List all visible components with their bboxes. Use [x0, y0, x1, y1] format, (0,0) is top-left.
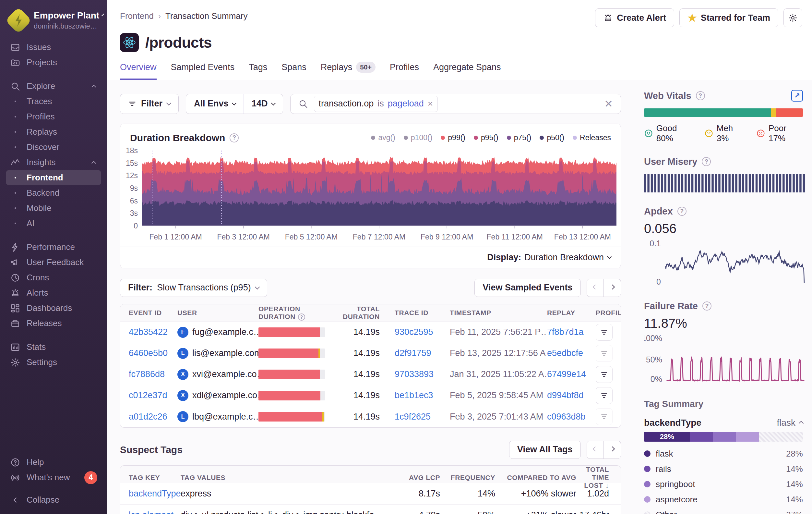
profile-cell: [596, 387, 613, 404]
sidebar-item-explore[interactable]: Explore: [6, 79, 101, 94]
sidebar-item-settings[interactable]: Settings: [6, 355, 101, 370]
create-alert-button[interactable]: Create Alert: [595, 8, 674, 27]
sidebar-item-insights[interactable]: Insights: [6, 155, 101, 170]
tab-spans[interactable]: Spans: [282, 62, 307, 80]
legend-dot: [644, 481, 650, 487]
sidebar-item-alerts[interactable]: Alerts: [6, 285, 101, 300]
sidebar-item-crons[interactable]: Crons: [6, 270, 101, 285]
trace-id-link[interactable]: 97033893: [395, 369, 450, 379]
next-page-button[interactable]: [604, 441, 621, 459]
sidebar-item-dashboards[interactable]: Dashboards: [6, 300, 101, 316]
replay-link[interactable]: e5edbcfe: [547, 348, 596, 358]
duration-breakdown-chart[interactable]: 03s6s9s12s15s18sFeb 1 12:00 AMFeb 3 12:0…: [121, 145, 620, 247]
legend-item-avg[interactable]: avg(): [371, 133, 395, 142]
tab-overview[interactable]: Overview: [120, 62, 156, 80]
tag-key-link[interactable]: lcp.element: [129, 510, 181, 514]
search-filter-token[interactable]: transaction.op is pageload ×: [314, 96, 438, 112]
sidebar-item-ai[interactable]: AI: [6, 216, 101, 231]
event-id-link[interactable]: 6460e5b0: [129, 348, 177, 358]
trace-id-link[interactable]: 930c2595: [395, 327, 450, 337]
help-icon[interactable]: ?: [702, 301, 712, 310]
trace-id-link[interactable]: d2f91759: [395, 348, 450, 358]
starred-for-team-button[interactable]: ★ Starred for Team: [679, 8, 778, 27]
tag-legend-row[interactable]: Other27%: [644, 507, 803, 514]
legend-item-p100[interactable]: p100(): [404, 133, 432, 142]
tab-aggregate-spans[interactable]: Aggregate Spans: [433, 62, 501, 80]
help-icon[interactable]: ?: [702, 157, 711, 166]
svg-text:100%: 100%: [644, 334, 662, 343]
legend-item-p50[interactable]: p50(): [540, 133, 564, 142]
sidebar-item-releases[interactable]: Releases: [6, 316, 101, 331]
replay-link[interactable]: d994bf8d: [547, 390, 596, 400]
sidebar-item-backend[interactable]: Backend: [6, 185, 101, 200]
prev-page-button[interactable]: [587, 441, 604, 459]
sidebar-item-user-feedback[interactable]: User Feedback: [6, 255, 101, 270]
profile-button[interactable]: [596, 345, 613, 362]
settings-button[interactable]: [783, 8, 802, 27]
prev-page-button[interactable]: [587, 279, 604, 297]
sidebar-item-stats[interactable]: Stats: [6, 340, 101, 355]
event-id-link[interactable]: c012e37d: [129, 390, 177, 400]
legend-item-Releases[interactable]: Releases: [573, 133, 611, 142]
sidebar-item-what-s-new[interactable]: What's new4: [6, 470, 101, 485]
profile-button[interactable]: [596, 324, 613, 341]
help-icon[interactable]: ?: [298, 314, 305, 321]
search-input[interactable]: transaction.op is pageload × ✕: [290, 94, 621, 114]
profile-button[interactable]: [596, 408, 613, 425]
org-switcher[interactable]: Empower Plant dominik.buszowiec...: [6, 8, 101, 39]
sidebar-item-help[interactable]: Help: [6, 455, 101, 470]
filter-dropdown[interactable]: Filter: [120, 94, 179, 114]
sidebar-item-discover[interactable]: Discover: [6, 139, 101, 155]
replay-link[interactable]: 7f8b7d1a: [547, 327, 596, 337]
display-dropdown[interactable]: Duration Breakdown: [524, 252, 611, 263]
event-id-link[interactable]: a01d2c26: [129, 412, 177, 422]
trace-id-link[interactable]: be1b1ec3: [395, 390, 450, 400]
tag-key-link[interactable]: backendType: [129, 489, 181, 499]
breadcrumb-frontend[interactable]: Frontend: [120, 11, 154, 21]
profile-button[interactable]: [596, 387, 613, 404]
date-range-dropdown[interactable]: 14D: [244, 94, 283, 114]
token-remove-icon[interactable]: ×: [428, 99, 433, 109]
open-in-new-icon[interactable]: ↗: [791, 90, 803, 102]
view-sampled-events-button[interactable]: View Sampled Events: [474, 279, 580, 297]
event-id-link[interactable]: 42b35422: [129, 327, 177, 337]
sidebar-item-projects[interactable]: Projects: [6, 55, 101, 70]
trace-id-link[interactable]: 1c9f2625: [395, 412, 450, 422]
sidebar-item-label: Replays: [27, 127, 57, 137]
help-icon[interactable]: ?: [230, 133, 239, 142]
legend-item-p95[interactable]: p95(): [474, 133, 498, 142]
help-icon[interactable]: ?: [696, 91, 705, 100]
tab-profiles[interactable]: Profiles: [390, 62, 419, 80]
sidebar-item-traces[interactable]: Traces: [6, 94, 101, 109]
sidebar-item-replays[interactable]: Replays: [6, 124, 101, 139]
replay-link[interactable]: c0963d8b: [547, 412, 596, 422]
tag-legend-row[interactable]: springboot14%: [644, 477, 803, 492]
tag-legend-row[interactable]: rails14%: [644, 461, 803, 477]
sidebar-item-performance[interactable]: Performance: [6, 240, 101, 255]
tab-tags[interactable]: Tags: [249, 62, 267, 80]
search-clear-icon[interactable]: ✕: [604, 98, 613, 110]
tab-replays[interactable]: Replays50+: [321, 62, 376, 80]
profile-button[interactable]: [596, 366, 613, 383]
replay-link[interactable]: 67499e14: [547, 369, 596, 379]
view-all-tags-button[interactable]: View All Tags: [509, 441, 581, 459]
tab-sampled-events[interactable]: Sampled Events: [171, 62, 235, 80]
sidebar-item-mobile[interactable]: Mobile: [6, 200, 101, 216]
sidebar-item-profiles[interactable]: Profiles: [6, 109, 101, 124]
event-id-link[interactable]: fc7886d8: [129, 369, 177, 379]
environment-dropdown[interactable]: All Envs: [186, 94, 243, 114]
tag-legend-row[interactable]: aspnetcore14%: [644, 492, 803, 507]
next-page-button[interactable]: [604, 279, 621, 297]
column-header-total-time-lost[interactable]: Total Time Lost ↓: [579, 466, 612, 490]
transactions-filter-dropdown[interactable]: Filter: Slow Transactions (p95): [120, 279, 267, 297]
legend-item-p99[interactable]: p99(): [441, 133, 465, 142]
sidebar-item-frontend[interactable]: Frontend: [6, 170, 101, 185]
tag-legend-row[interactable]: flask28%: [644, 446, 803, 461]
tag-group-value-dropdown[interactable]: flask: [777, 417, 803, 428]
sidebar-item-issues[interactable]: Issues: [6, 39, 101, 55]
search-icon: [298, 99, 308, 109]
help-icon[interactable]: ?: [677, 207, 687, 216]
sidebar-item-collapse[interactable]: Collapse: [6, 492, 101, 508]
table-row: fc7886d8Xxvi@example.co…14.19s97033893Ja…: [120, 364, 621, 385]
legend-item-p75[interactable]: p75(): [507, 133, 531, 142]
